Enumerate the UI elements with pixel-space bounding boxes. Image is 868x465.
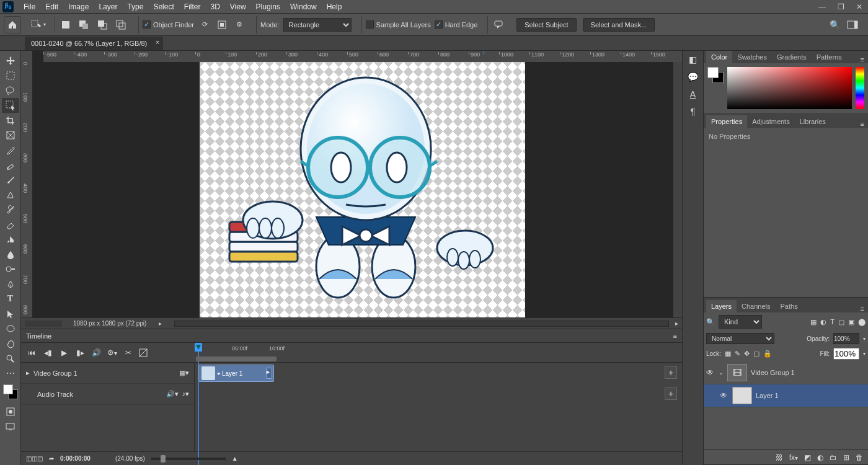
quick-mask-icon[interactable] <box>2 404 19 419</box>
crop-tool-icon[interactable] <box>2 113 19 128</box>
video-group-track-header[interactable]: ▸ Video Group 1 ▦▾ <box>21 363 194 384</box>
lock-artboard-icon[interactable]: ▢ <box>753 350 760 358</box>
expand-track-icon[interactable]: ▸ <box>26 369 30 377</box>
timecode[interactable]: 0:00:00:00 <box>60 455 91 462</box>
libraries-tab[interactable]: Libraries <box>795 115 831 128</box>
move-tool-icon[interactable] <box>2 53 19 68</box>
track-filmstrip-icon[interactable]: ▦▾ <box>179 369 189 377</box>
search-icon[interactable]: 🔍 <box>828 20 841 30</box>
subtract-selection-icon[interactable] <box>95 18 110 32</box>
pen-tool-icon[interactable] <box>2 277 19 291</box>
eyedropper-tool-icon[interactable] <box>2 143 19 157</box>
go-to-first-frame-icon[interactable]: ⏮ <box>26 348 37 357</box>
timeline-options-icon[interactable]: ◫◫◫ <box>26 455 43 462</box>
mode-dropdown[interactable]: Rectangle <box>283 18 352 32</box>
color-panel-menu-icon[interactable]: ≡ <box>857 56 868 63</box>
select-subject-button[interactable]: Select Subject <box>516 18 576 32</box>
history-brush-tool-icon[interactable] <box>2 202 19 217</box>
blend-mode-dropdown[interactable]: Normal <box>706 333 774 344</box>
layer-group-row[interactable]: 👁 ⌄ 🎞 Video Group 1 <box>704 361 868 384</box>
document-tab[interactable]: 0001-0240 @ 66.7% (Layer 1, RGB/8) × <box>25 37 163 50</box>
visibility-toggle-icon[interactable]: 👁 <box>706 368 715 377</box>
color-tab[interactable]: Color <box>706 51 732 63</box>
timeline-zoom-slider[interactable] <box>151 458 226 460</box>
add-video-track-button[interactable]: + <box>665 366 677 379</box>
vertical-ruler[interactable]: 0100200300400500600700800 <box>21 62 32 317</box>
menu-plugins[interactable]: Plugins <box>251 2 285 11</box>
track-audio-icon[interactable]: 🔊▾ <box>166 390 179 398</box>
menu-select[interactable]: Select <box>148 2 179 11</box>
filter-type-icon[interactable]: T <box>830 318 835 326</box>
status-arrow-right-icon[interactable]: ▸ <box>675 320 678 327</box>
add-mask-icon[interactable]: ◩ <box>804 453 811 462</box>
status-scroll-left[interactable] <box>25 321 62 327</box>
mute-icon[interactable]: 🔊 <box>91 348 102 357</box>
feedback-icon[interactable] <box>492 18 507 32</box>
dock-character-icon[interactable]: A <box>690 89 696 99</box>
menu-window[interactable]: Window <box>285 2 322 11</box>
zoom-tool-icon[interactable] <box>2 351 19 366</box>
collapse-panels-icon[interactable]: « <box>5 1 8 7</box>
menu-file[interactable]: File <box>19 2 40 11</box>
clip-end-handle[interactable]: ▸ <box>266 368 272 379</box>
path-selection-tool-icon[interactable] <box>2 306 19 321</box>
gradient-tool-icon[interactable] <box>2 232 19 247</box>
color-field[interactable] <box>727 67 852 109</box>
timeline-panel-menu-icon[interactable]: ≡ <box>673 332 677 340</box>
eraser-tool-icon[interactable] <box>2 217 19 232</box>
screen-mode-icon[interactable] <box>2 419 19 434</box>
close-tab-icon[interactable]: × <box>156 38 159 46</box>
visibility-toggle-icon[interactable]: 👁 <box>720 391 728 400</box>
close-window-icon[interactable]: ✕ <box>853 2 866 11</box>
settings-gear-icon[interactable]: ⚙ <box>232 18 246 32</box>
prev-frame-icon[interactable]: ◂▮ <box>42 348 53 357</box>
frame-tool-icon[interactable] <box>2 128 19 143</box>
lasso-tool-icon[interactable] <box>2 83 19 98</box>
horizontal-ruler[interactable]: -500-400-300-200-10001002003004005006007… <box>43 51 682 62</box>
patterns-tab[interactable]: Patterns <box>812 51 847 63</box>
lock-position-brush-icon[interactable]: ✎ <box>735 350 740 358</box>
blur-tool-icon[interactable] <box>2 247 19 262</box>
filter-pixel-icon[interactable]: ▦ <box>810 318 817 326</box>
home-button[interactable] <box>4 16 21 33</box>
menu-filter[interactable]: Filter <box>179 2 206 11</box>
menu-view[interactable]: View <box>225 2 251 11</box>
adjustments-tab[interactable]: Adjustments <box>747 115 795 128</box>
object-selection-tool-icon[interactable] <box>2 98 19 113</box>
hard-edge-checkbox[interactable]: Hard Edge <box>435 20 478 29</box>
fill-input[interactable] <box>833 348 859 360</box>
zoom-mountain-icon[interactable]: ▲ <box>232 455 238 462</box>
render-icon[interactable]: ➦ <box>49 455 54 462</box>
channels-tab[interactable]: Channels <box>737 300 775 312</box>
healing-brush-tool-icon[interactable] <box>2 157 19 172</box>
select-and-mask-button[interactable]: Select and Mask... <box>583 18 655 32</box>
color-swatches[interactable] <box>707 67 724 83</box>
swatches-tab[interactable]: Swatches <box>732 51 772 63</box>
horizontal-scrollbar[interactable] <box>174 321 669 327</box>
dock-comments-icon[interactable]: 💬 <box>688 72 698 82</box>
menu-edit[interactable]: Edit <box>40 2 63 11</box>
filter-adjust-icon[interactable]: ◐ <box>820 318 826 326</box>
status-arrow-icon[interactable]: ▸ <box>153 320 168 327</box>
transition-icon[interactable] <box>139 348 150 357</box>
add-audio-track-button[interactable]: + <box>665 388 677 400</box>
add-selection-icon[interactable] <box>76 18 91 32</box>
menu-type[interactable]: Type <box>122 2 148 11</box>
tool-preset-picker[interactable]: ▾ <box>27 18 48 32</box>
play-icon[interactable]: ▶ <box>58 348 69 357</box>
hand-tool-icon[interactable] <box>2 336 19 351</box>
shape-tool-icon[interactable] <box>2 321 19 336</box>
canvas-viewport[interactable] <box>32 62 673 317</box>
lock-pixels-icon[interactable]: ▦ <box>725 350 731 358</box>
work-area-bar[interactable] <box>196 356 277 361</box>
hue-slider[interactable] <box>856 67 864 109</box>
lock-all-icon[interactable]: 🔒 <box>763 350 772 358</box>
marquee-tool-icon[interactable] <box>2 68 19 83</box>
vertical-scrollbar[interactable] <box>673 62 682 317</box>
split-clip-icon[interactable]: ✂ <box>123 348 134 357</box>
timeline-playhead[interactable] <box>195 343 202 352</box>
object-finder-checkbox[interactable]: Object Finder <box>143 20 194 29</box>
lock-move-icon[interactable]: ✥ <box>744 350 750 358</box>
menu-image[interactable]: Image <box>63 2 94 11</box>
properties-panel-menu-icon[interactable]: ≡ <box>857 120 868 128</box>
